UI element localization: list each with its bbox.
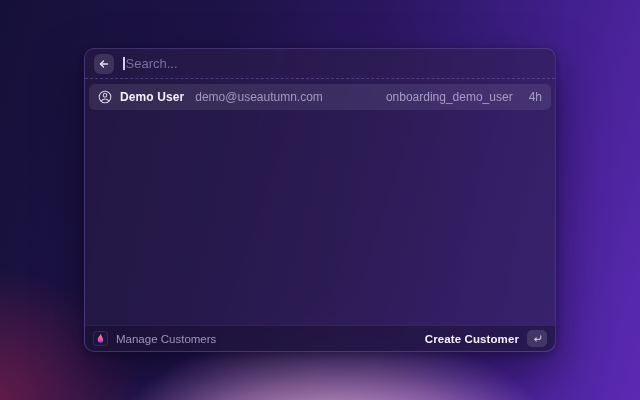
search-input-wrap — [123, 56, 546, 71]
customer-name: Demo User — [120, 90, 184, 104]
arrow-left-icon — [98, 58, 110, 70]
result-row-demo-user[interactable]: Demo User demo@useautumn.com onboarding_… — [89, 84, 551, 110]
results-list: Demo User demo@useautumn.com onboarding_… — [85, 79, 555, 325]
user-circle-icon — [98, 90, 112, 104]
manage-customers-label: Manage Customers — [116, 333, 216, 345]
customer-email: demo@useautumn.com — [195, 90, 323, 104]
return-key-icon — [527, 330, 547, 347]
search-input[interactable] — [126, 56, 547, 71]
palette-footer: Manage Customers Create Customer — [85, 325, 555, 351]
create-customer-label: Create Customer — [425, 333, 519, 345]
customer-time: 4h — [529, 90, 542, 104]
customer-id: onboarding_demo_user — [386, 90, 513, 104]
command-palette: Demo User demo@useautumn.com onboarding_… — [84, 48, 556, 352]
autumn-flame-icon — [93, 331, 108, 346]
create-customer-button[interactable]: Create Customer — [425, 330, 547, 347]
search-bar — [85, 49, 555, 79]
back-button[interactable] — [94, 54, 114, 74]
text-caret — [123, 57, 125, 70]
